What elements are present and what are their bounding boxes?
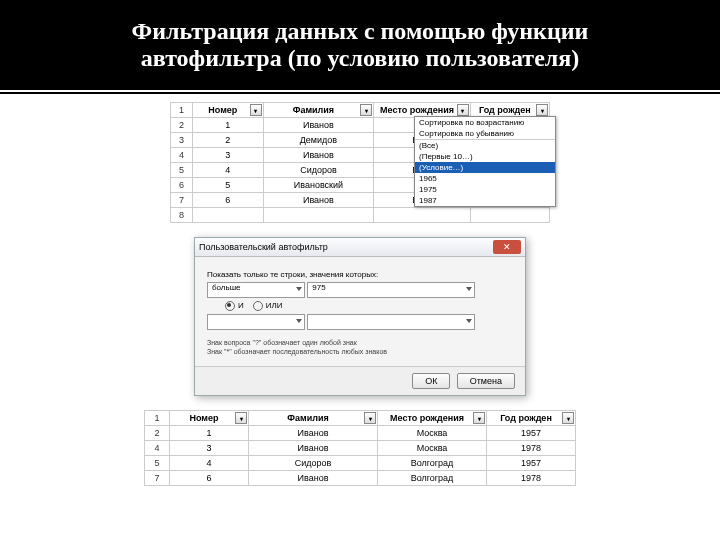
cell-number: 4 <box>170 456 249 471</box>
row-number: 5 <box>145 456 170 471</box>
operator-2-select[interactable] <box>207 314 305 330</box>
col-header-surname[interactable]: Фамилия▾ <box>249 411 378 426</box>
dropdown-item[interactable]: (Условие…) <box>415 162 555 173</box>
cell-number: 5 <box>193 178 264 193</box>
cell-surname: Сидоров <box>263 163 374 178</box>
col-header-birthyear[interactable]: Год рожден▾ <box>487 411 576 426</box>
row-number: 7 <box>171 193 193 208</box>
dialog-body: Показать только те строки, значения кото… <box>195 257 525 366</box>
dropdown-item[interactable]: Сортировка по возрастанию <box>415 117 555 128</box>
filter-dropdown-icon[interactable]: ▾ <box>457 104 469 116</box>
cancel-button[interactable]: Отмена <box>457 373 515 389</box>
cell-number: 1 <box>170 426 249 441</box>
dialog-footer: ОК Отмена <box>195 366 525 395</box>
row-number: 4 <box>171 148 193 163</box>
filter-dropdown-icon[interactable]: ▾ <box>536 104 548 116</box>
title-line-2: автофильтра (по условию пользователя) <box>141 45 579 71</box>
col-header-number[interactable]: Номер▾ <box>193 103 264 118</box>
dropdown-item[interactable]: (Первые 10…) <box>415 151 555 162</box>
table-after-filter: 1 Номер▾ Фамилия▾ Место рождения▾ Год ро… <box>144 410 576 486</box>
dialog-title-text: Пользовательский автофильтр <box>199 242 328 252</box>
dropdown-item[interactable]: 1987 <box>415 195 555 206</box>
cell-birthplace: Волгоград <box>378 456 487 471</box>
cell-surname: Иванов <box>249 471 378 486</box>
col-header-number[interactable]: Номер▾ <box>170 411 249 426</box>
dropdown-item[interactable]: (Все) <box>415 140 555 151</box>
dialog-hint: Знак вопроса "?" обозначает один любой з… <box>207 338 513 356</box>
cell-birthyear: 1957 <box>487 426 576 441</box>
row-number: 3 <box>171 133 193 148</box>
value-1-select[interactable]: 975 <box>307 282 475 298</box>
radio-and-label: И <box>238 301 244 310</box>
cell-birthplace: Волгоград <box>378 471 487 486</box>
operator-1-select[interactable]: больше <box>207 282 305 298</box>
cell-number: 6 <box>193 193 264 208</box>
cell-birthplace <box>374 208 471 223</box>
cell-number: 3 <box>170 441 249 456</box>
custom-autofilter-dialog: Пользовательский автофильтр ✕ Показать т… <box>194 237 526 396</box>
cell-number: 3 <box>193 148 264 163</box>
row-number: 6 <box>171 178 193 193</box>
dialog-subtitle: Показать только те строки, значения кото… <box>207 270 513 279</box>
cell-surname: Иванов <box>249 441 378 456</box>
dropdown-item[interactable]: 1965 <box>415 173 555 184</box>
table-row: 54СидоровВолгоград1957 <box>145 456 576 471</box>
cell-surname: Ивановский <box>263 178 374 193</box>
row-number: 2 <box>145 426 170 441</box>
col-header-birthplace[interactable]: Место рождения▾ <box>378 411 487 426</box>
cell-birthplace: Москва <box>378 441 487 456</box>
dropdown-item[interactable]: 1975 <box>415 184 555 195</box>
cell-number: 2 <box>193 133 264 148</box>
dropdown-item[interactable]: Сортировка по убыванию <box>415 128 555 139</box>
table-row: 76ИвановВолгоград1978 <box>145 471 576 486</box>
cell-number: 6 <box>170 471 249 486</box>
cell-surname <box>263 208 374 223</box>
col-header-surname[interactable]: Фамилия▾ <box>263 103 374 118</box>
cell-birthyear <box>470 208 549 223</box>
row-number: 8 <box>171 208 193 223</box>
filter-dropdown-icon[interactable]: ▾ <box>364 412 376 424</box>
filter-dropdown-icon[interactable]: ▾ <box>473 412 485 424</box>
ok-button[interactable]: ОК <box>412 373 450 389</box>
cell-birthyear: 1978 <box>487 441 576 456</box>
close-icon[interactable]: ✕ <box>493 240 521 254</box>
row-number: 2 <box>171 118 193 133</box>
row-number: 5 <box>171 163 193 178</box>
cell-number: 4 <box>193 163 264 178</box>
filter-dropdown-icon[interactable]: ▾ <box>562 412 574 424</box>
row-number: 4 <box>145 441 170 456</box>
cell-surname: Демидов <box>263 133 374 148</box>
radio-or[interactable] <box>253 301 263 311</box>
table-row: 43ИвановМосква1978 <box>145 441 576 456</box>
cell-birthyear: 1978 <box>487 471 576 486</box>
table-row: 8 <box>171 208 550 223</box>
table-row: 21ИвановМосква1957 <box>145 426 576 441</box>
autofilter-dropdown[interactable]: Сортировка по возрастаниюСортировка по у… <box>414 116 556 207</box>
title-line-1: Фильтрация данных с помощью функции <box>132 18 589 44</box>
horizontal-rule <box>0 92 720 94</box>
cell-birthyear: 1957 <box>487 456 576 471</box>
cell-number: 1 <box>193 118 264 133</box>
value-2-select[interactable] <box>307 314 475 330</box>
table-before-filter-wrap: 1 Номер▾ Фамилия▾ Место рождения▾ Год ро… <box>170 102 550 223</box>
dialog-titlebar: Пользовательский автофильтр ✕ <box>195 238 525 257</box>
cell-surname: Сидоров <box>249 456 378 471</box>
slide-title: Фильтрация данных с помощью функции авто… <box>0 0 720 90</box>
cell-birthplace: Москва <box>378 426 487 441</box>
filter-dropdown-icon[interactable]: ▾ <box>235 412 247 424</box>
filter-dropdown-icon[interactable]: ▾ <box>360 104 372 116</box>
row-number: 7 <box>145 471 170 486</box>
rownum-header: 1 <box>145 411 170 426</box>
filter-dropdown-icon[interactable]: ▾ <box>250 104 262 116</box>
cell-surname: Иванов <box>263 193 374 208</box>
cell-surname: Иванов <box>263 148 374 163</box>
cell-number <box>193 208 264 223</box>
rownum-header: 1 <box>171 103 193 118</box>
radio-and[interactable] <box>225 301 235 311</box>
cell-surname: Иванов <box>263 118 374 133</box>
radio-or-label: ИЛИ <box>266 301 283 310</box>
cell-surname: Иванов <box>249 426 378 441</box>
